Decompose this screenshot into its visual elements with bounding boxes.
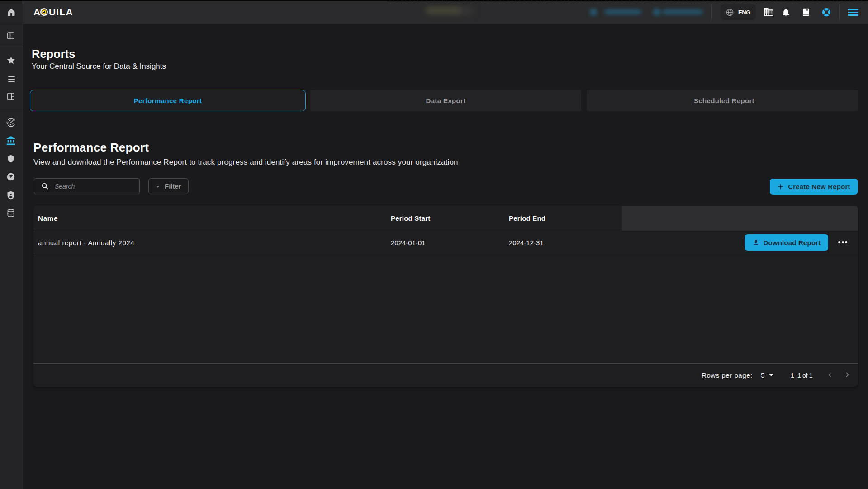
- svg-text:A: A: [33, 7, 40, 17]
- svg-text:UILA: UILA: [49, 7, 73, 17]
